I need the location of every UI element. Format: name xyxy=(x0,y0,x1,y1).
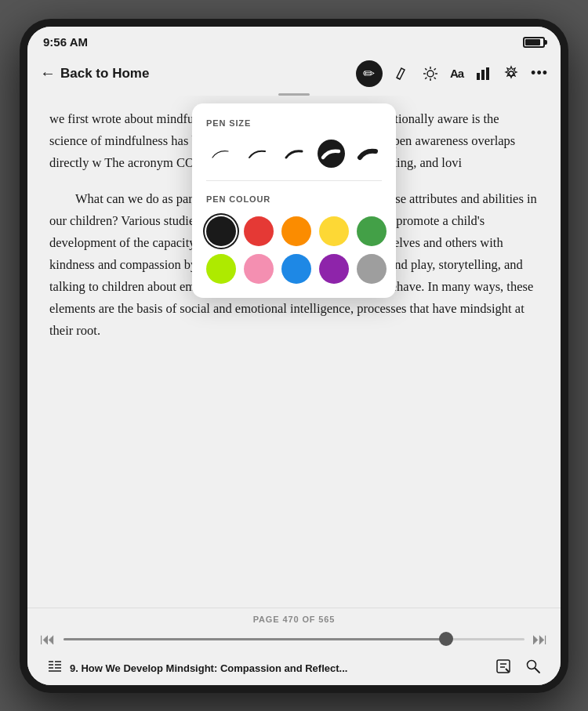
eraser-tool-button[interactable] xyxy=(394,65,411,82)
popup-divider xyxy=(206,180,382,181)
progress-fill xyxy=(64,638,446,640)
svg-line-8 xyxy=(425,77,426,78)
svg-point-0 xyxy=(427,71,434,77)
pen-size-xs[interactable] xyxy=(206,140,234,168)
svg-point-24 xyxy=(528,660,536,669)
chart-button[interactable] xyxy=(474,65,492,82)
status-right xyxy=(523,37,545,48)
battery-icon xyxy=(523,37,545,48)
svg-line-6 xyxy=(434,77,436,78)
nav-bar: ← Back to Home ✏ xyxy=(27,55,561,96)
color-lime[interactable] xyxy=(206,254,236,284)
more-options-button[interactable]: ••• xyxy=(531,65,548,82)
device-screen: 9:56 AM ← Back to Home ✏ xyxy=(27,27,561,685)
settings-button[interactable] xyxy=(503,65,520,82)
color-gray[interactable] xyxy=(357,254,387,284)
color-pink[interactable] xyxy=(244,254,274,284)
svg-rect-10 xyxy=(481,70,485,80)
color-yellow[interactable] xyxy=(319,216,349,246)
pen-size-sm[interactable] xyxy=(243,140,270,168)
pen-size-md-bold[interactable] xyxy=(318,140,345,168)
pen-size-label: PEN SIZE xyxy=(206,116,382,131)
brightness-button[interactable] xyxy=(422,65,439,82)
svg-line-25 xyxy=(535,668,540,673)
nav-right-icons: ✏ xyxy=(356,60,548,87)
battery-fill xyxy=(525,39,540,45)
svg-line-7 xyxy=(434,68,436,70)
color-orange[interactable] xyxy=(281,216,311,246)
progress-track[interactable] xyxy=(64,638,524,640)
content-area: we first wrote about mindfulness, the ge… xyxy=(27,96,561,608)
next-page-button[interactable]: ⏭ xyxy=(532,630,548,648)
toc-icon[interactable] xyxy=(46,658,64,679)
svg-line-5 xyxy=(425,68,426,70)
svg-rect-9 xyxy=(477,73,480,80)
pen-size-lg[interactable] xyxy=(354,140,382,168)
pen-sizes-row xyxy=(206,140,382,168)
notes-icon[interactable] xyxy=(495,658,512,679)
color-blue[interactable] xyxy=(281,254,311,284)
color-red[interactable] xyxy=(244,216,274,246)
status-bar: 9:56 AM xyxy=(27,27,561,55)
svg-line-23 xyxy=(506,669,509,672)
progress-thumb[interactable] xyxy=(439,632,453,646)
chapter-info: 9. How We Develop Mindsight: Compassion … xyxy=(46,658,495,679)
search-icon[interactable] xyxy=(524,658,542,679)
back-label: Back to Home xyxy=(60,66,149,82)
color-green[interactable] xyxy=(357,216,387,246)
back-button[interactable]: ← Back to Home xyxy=(40,64,149,82)
chapter-title: 9. How We Develop Mindsight: Compassion … xyxy=(70,662,347,674)
progress-bar-row: ⏮ ⏭ xyxy=(40,630,548,648)
page-footer: PAGE 470 OF 565 ⏮ ⏭ xyxy=(27,608,561,685)
prev-page-button[interactable]: ⏮ xyxy=(40,630,56,648)
status-time: 9:56 AM xyxy=(43,35,88,49)
device-frame: 9:56 AM ← Back to Home ✏ xyxy=(20,19,568,693)
back-arrow-icon: ← xyxy=(40,64,56,82)
pen-popup: PEN SIZE xyxy=(192,103,396,298)
page-number: PAGE 470 OF 565 xyxy=(253,615,336,624)
bottom-right-icons xyxy=(495,658,542,679)
pen-colors-grid xyxy=(206,216,382,284)
svg-rect-11 xyxy=(486,67,489,80)
pen-tool-button[interactable]: ✏ xyxy=(356,60,383,87)
color-black[interactable] xyxy=(206,216,236,246)
bottom-nav: 9. How We Develop Mindsight: Compassion … xyxy=(40,655,548,682)
pen-size-md[interactable] xyxy=(280,140,307,168)
pen-colour-label: PEN COLOUR xyxy=(206,192,382,207)
color-purple[interactable] xyxy=(319,254,349,284)
font-button[interactable]: Aa xyxy=(450,67,463,80)
